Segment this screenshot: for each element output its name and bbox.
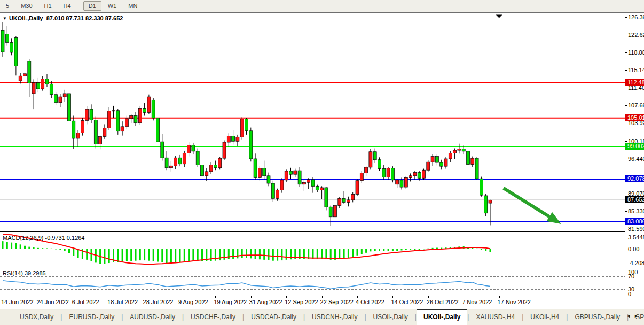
candle-body (276, 190, 279, 198)
timeframe-button-m30[interactable]: M30 (15, 1, 37, 11)
price-tick-mark (625, 211, 627, 212)
tab-usdchf-daily[interactable]: USDCHF-,Daily (184, 309, 242, 325)
date-tick-label: 17 Nov 2022 (498, 299, 531, 305)
price-tick-mark (625, 70, 627, 71)
candle-body (232, 136, 235, 142)
candle-body (130, 116, 133, 119)
price-chart-canvas[interactable] (0, 14, 625, 231)
candle-body (240, 119, 244, 137)
date-tick-mark (251, 296, 252, 298)
candle-body (400, 180, 403, 187)
candle-body (94, 120, 97, 144)
date-tick-label: 7 Nov 2022 (462, 299, 492, 305)
tab-xauusd-h4[interactable]: XAUUSD-,H4 (469, 309, 522, 325)
candle-body (418, 173, 421, 179)
tab-usdcnh-daily[interactable]: USDCNH-,Daily (305, 309, 364, 325)
tab-scroll-right-icon[interactable]: ► (634, 313, 642, 319)
candle-body (41, 79, 44, 89)
candle-body (1, 30, 4, 52)
macd-histogram-bar (388, 249, 389, 251)
trading-terminal-window: 5M30H1H4D1W1MN ▼UKOil-,Daily 87.010 87.7… (0, 0, 644, 325)
macd-histogram-bar (365, 249, 367, 253)
candle-body (294, 171, 297, 174)
macd-histogram-bar (228, 249, 230, 259)
candle-body (285, 171, 288, 180)
price-tick-label: 96.440 (628, 156, 644, 162)
macd-histogram-bar (343, 249, 345, 258)
rsi-tick-label: 0 (628, 291, 631, 297)
macd-pane-canvas[interactable] (0, 234, 625, 266)
tab-gbpusd-daily[interactable]: GBPUSD-,Daily (568, 309, 627, 325)
date-tick-mark (322, 296, 323, 298)
candle-body (271, 183, 274, 198)
candle-body (81, 120, 84, 133)
macd-histogram-bar (24, 246, 26, 249)
candle-body (165, 158, 168, 168)
date-tick-label: 28 Jul 2022 (143, 299, 174, 305)
candle-body (116, 111, 120, 131)
price-badge-92.078: 92.078 (625, 175, 644, 182)
date-tick-label: 6 Jul 2022 (72, 299, 99, 305)
candle-body (307, 180, 310, 182)
candle-body (351, 194, 355, 200)
macd-histogram-bar (153, 249, 154, 261)
candle-body (387, 168, 390, 177)
tab-usoil-daily[interactable]: USOil-,Daily (366, 309, 415, 325)
rsi-pane-canvas[interactable] (0, 269, 625, 296)
price-tick-mark (625, 17, 627, 18)
pane-separator-rsi[interactable] (0, 267, 644, 269)
timeframe-button-d1[interactable]: D1 (83, 1, 101, 11)
timeframe-button-w1[interactable]: W1 (103, 1, 122, 11)
chart-ohlc-values: 87.010 87.731 82.330 87.652 (46, 15, 123, 21)
tab-ukoil-daily[interactable]: UKOil-,Daily (417, 309, 467, 325)
macd-histogram-bar (59, 249, 61, 250)
tab-usdx-daily[interactable]: USDX,Daily (13, 309, 60, 325)
macd-histogram-bar (392, 249, 394, 251)
pane-separator-macd[interactable] (0, 231, 644, 234)
candle-body (245, 119, 248, 131)
tab-usdcad-daily[interactable]: USDCAD-,Daily (244, 309, 303, 325)
date-tick-label: 18 Jul 2022 (107, 299, 138, 305)
date-tick-mark (3, 296, 3, 298)
timeframe-button-5[interactable]: 5 (1, 1, 14, 11)
trend-arrow-shaft[interactable] (504, 188, 549, 216)
price-tick-label: 107.660 (628, 102, 644, 109)
macd-histogram-bar (396, 249, 398, 251)
date-axis[interactable]: 14 Jun 202224 Jun 20226 Jul 202218 Jul 2… (0, 297, 644, 309)
chart-dropdown-icon[interactable]: ▼ (3, 16, 7, 21)
candle-body (427, 162, 430, 170)
price-tick-mark (625, 194, 627, 194)
candle-body (112, 111, 115, 111)
macd-histogram-bar (405, 249, 407, 250)
timeframe-button-mn[interactable]: MN (123, 1, 143, 11)
tab-ukoil-h4[interactable]: UKOil-,H4 (523, 309, 566, 325)
macd-histogram-bar (481, 249, 482, 250)
price-badge-87.652: 87.652 (625, 196, 644, 203)
macd-histogram-bar (485, 249, 486, 251)
price-tick-mark (625, 141, 627, 142)
date-tick-mark (180, 296, 180, 298)
candle-body (10, 42, 13, 52)
candle-body (342, 198, 345, 202)
price-tick-label: 126.360 (628, 14, 644, 20)
price-axis[interactable]: 126.360122.620118.880115.140111.400107.6… (625, 13, 644, 297)
timeframe-button-h4[interactable]: H4 (58, 1, 76, 11)
macd-histogram-bar (259, 249, 261, 259)
candle-body (147, 97, 151, 112)
candle-body (431, 157, 434, 162)
macd-histogram-bar (321, 249, 323, 259)
macd-histogram-bar (108, 249, 110, 263)
candle-body (435, 157, 438, 162)
candle-body (444, 159, 447, 166)
tab-audusd-daily[interactable]: AUDUSD-,Daily (123, 309, 182, 325)
timeframe-button-h1[interactable]: H1 (39, 1, 57, 11)
tab-eurusd-daily[interactable]: EURUSD-,Daily (62, 309, 121, 325)
macd-histogram-bar (117, 249, 119, 262)
triangle-down-marker-icon[interactable] (496, 15, 502, 18)
price-tick-label: 118.880 (628, 49, 644, 56)
macd-histogram-bar (325, 249, 327, 259)
tab-scroll-left-icon[interactable]: ◄ (626, 313, 634, 319)
candle-body (201, 165, 204, 175)
macd-histogram-bar (255, 249, 256, 259)
macd-histogram-bar (64, 249, 66, 251)
